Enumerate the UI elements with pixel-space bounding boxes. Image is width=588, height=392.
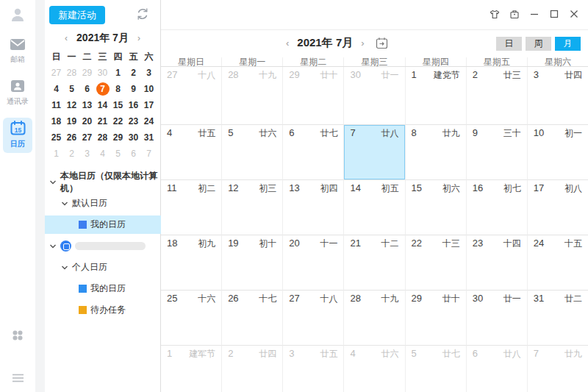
- day-cell[interactable]: 19初十: [222, 235, 283, 291]
- day-cell[interactable]: 2廿三: [467, 67, 528, 125]
- mini-day[interactable]: 18: [49, 113, 64, 129]
- tree-item[interactable]: 默认日历: [45, 193, 161, 214]
- sidebar-item-contacts[interactable]: 通讯录: [0, 79, 35, 107]
- day-cell[interactable]: 30廿一: [467, 291, 528, 346]
- day-cell[interactable]: 20十一: [283, 235, 344, 291]
- mini-day[interactable]: 6: [126, 146, 141, 162]
- tree-item[interactable]: 我的日历: [45, 278, 161, 299]
- mini-day[interactable]: 1: [110, 65, 126, 81]
- day-cell[interactable]: 11初二: [161, 180, 222, 235]
- day-cell[interactable]: 3廿四: [528, 67, 588, 125]
- day-cell[interactable]: 1建军节: [161, 346, 222, 392]
- tree-item-account[interactable]: [45, 235, 161, 257]
- mini-day[interactable]: 27: [49, 65, 64, 81]
- view-button-day[interactable]: 日: [496, 37, 522, 51]
- sync-button[interactable]: [135, 7, 150, 21]
- day-cell[interactable]: 6廿八: [467, 346, 528, 392]
- mini-day[interactable]: 4: [95, 146, 110, 162]
- mini-day[interactable]: 16: [126, 97, 141, 113]
- mini-day[interactable]: 5: [64, 81, 79, 97]
- sidebar-item-calendar[interactable]: 15 日历: [3, 118, 32, 153]
- mini-day[interactable]: 29: [110, 129, 126, 146]
- tree-item[interactable]: 待办任务: [45, 299, 161, 321]
- mini-day[interactable]: 4: [49, 81, 64, 97]
- day-cell[interactable]: 5廿七: [406, 346, 467, 392]
- mini-day[interactable]: 23: [126, 113, 141, 129]
- view-button-week[interactable]: 周: [526, 37, 551, 51]
- day-cell[interactable]: 4廿六: [344, 346, 405, 392]
- mini-day[interactable]: 3: [79, 146, 95, 162]
- day-cell[interactable]: 4廿五: [161, 125, 222, 180]
- apps-button[interactable]: [0, 329, 35, 343]
- mini-day[interactable]: 14: [95, 97, 110, 113]
- day-cell[interactable]: 9三十: [467, 125, 528, 180]
- day-cell[interactable]: 26十七: [222, 291, 283, 346]
- mini-day[interactable]: 30: [95, 65, 110, 81]
- day-cell[interactable]: 15初六: [406, 180, 467, 235]
- day-cell[interactable]: 16初七: [467, 180, 528, 235]
- day-cell[interactable]: 23十四: [467, 235, 528, 291]
- day-cell[interactable]: 30廿一: [344, 67, 405, 125]
- mini-day[interactable]: 10: [141, 81, 157, 97]
- mini-day[interactable]: 11: [49, 97, 64, 113]
- mini-day[interactable]: 5: [110, 146, 126, 162]
- day-cell[interactable]: 21十二: [344, 235, 405, 291]
- mini-next-month-button[interactable]: ›: [136, 33, 142, 43]
- day-cell[interactable]: 5廿六: [222, 125, 283, 180]
- view-button-month[interactable]: 月: [555, 37, 581, 51]
- day-cell[interactable]: 27十八: [283, 291, 344, 346]
- prev-month-button[interactable]: ‹: [284, 38, 290, 49]
- day-cell[interactable]: 10初一: [528, 125, 588, 180]
- mini-day[interactable]: 27: [79, 129, 95, 146]
- day-cell[interactable]: 25十六: [161, 291, 222, 346]
- mini-day[interactable]: 3: [141, 65, 157, 81]
- tree-item[interactable]: 我的日历: [45, 215, 161, 234]
- day-cell[interactable]: 7廿九: [528, 346, 588, 392]
- mini-prev-month-button[interactable]: ‹: [63, 33, 69, 43]
- new-event-button[interactable]: 新建活动: [49, 6, 105, 24]
- mini-day[interactable]: 17: [141, 97, 157, 113]
- mini-day[interactable]: 13: [79, 97, 95, 113]
- mini-mode-icon[interactable]: [508, 7, 521, 21]
- mini-day[interactable]: 26: [64, 129, 79, 146]
- minimize-button[interactable]: [528, 7, 541, 21]
- mini-day[interactable]: 6: [79, 81, 95, 97]
- mini-day[interactable]: 15: [110, 97, 126, 113]
- mini-day[interactable]: 12: [64, 97, 79, 113]
- mini-day-today[interactable]: 7: [95, 81, 110, 97]
- sidebar-item-mail[interactable]: 邮箱: [0, 38, 35, 65]
- day-cell-selected[interactable]: 7廿八: [344, 125, 405, 180]
- day-cell[interactable]: 28十九: [344, 291, 405, 346]
- mini-day[interactable]: 24: [141, 113, 157, 129]
- go-to-today-icon[interactable]: [376, 37, 388, 49]
- next-month-button[interactable]: ›: [359, 38, 365, 49]
- maximize-button[interactable]: [548, 7, 561, 21]
- day-cell[interactable]: 6廿七: [283, 125, 344, 180]
- tree-item[interactable]: 个人日历: [45, 257, 161, 278]
- mini-day[interactable]: 2: [64, 146, 79, 162]
- day-cell[interactable]: 14初五: [344, 180, 405, 235]
- mini-day[interactable]: 21: [95, 113, 110, 129]
- day-cell[interactable]: 29廿十: [283, 67, 344, 125]
- day-cell[interactable]: 22十三: [406, 235, 467, 291]
- mini-day[interactable]: 28: [64, 65, 79, 81]
- day-cell[interactable]: 27十八: [161, 67, 222, 125]
- account-avatar-button[interactable]: [0, 6, 35, 26]
- day-cell[interactable]: 24十五: [528, 235, 588, 291]
- mini-day[interactable]: 9: [126, 81, 141, 97]
- day-cell[interactable]: 2廿四: [222, 346, 283, 392]
- mini-day[interactable]: 1: [49, 146, 64, 162]
- mini-day[interactable]: 22: [110, 113, 126, 129]
- day-cell[interactable]: 17初八: [528, 180, 588, 235]
- day-cell[interactable]: 13初四: [283, 180, 344, 235]
- close-button[interactable]: [567, 7, 581, 21]
- mini-day[interactable]: 20: [79, 113, 95, 129]
- day-cell[interactable]: 18初九: [161, 235, 222, 291]
- mini-day[interactable]: 2: [126, 65, 141, 81]
- mini-day[interactable]: 30: [126, 129, 141, 146]
- mini-day[interactable]: 25: [49, 129, 64, 146]
- mini-day[interactable]: 29: [79, 65, 95, 81]
- theme-icon[interactable]: [488, 7, 501, 21]
- mini-day[interactable]: 7: [141, 146, 157, 162]
- day-cell[interactable]: 3廿五: [283, 346, 344, 392]
